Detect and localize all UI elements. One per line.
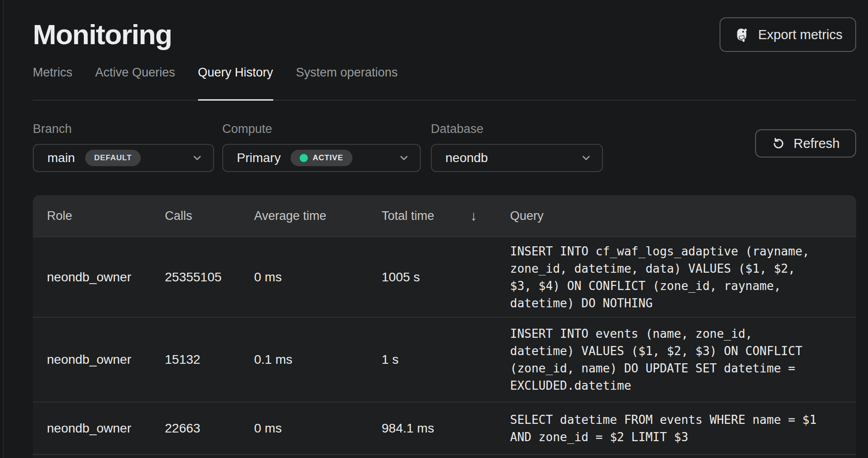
- monitoring-tabs: Metrics Active Queries Query History Sys…: [33, 65, 856, 101]
- branch-filter: Branch main DEFAULT: [33, 122, 214, 172]
- tab-active-queries[interactable]: Active Queries: [95, 65, 175, 100]
- cell-calls: 22663: [165, 421, 254, 436]
- datadog-icon: [733, 25, 751, 44]
- column-header-calls[interactable]: Calls: [165, 209, 254, 223]
- table-row-clipped: [33, 454, 856, 458]
- compute-select[interactable]: Primary ACTIVE: [222, 144, 421, 172]
- tab-query-history[interactable]: Query History: [198, 65, 273, 101]
- refresh-icon: [771, 137, 786, 151]
- table-row[interactable]: neondb_owner 15132 0.1 ms 1 s INSERT INT…: [33, 317, 856, 402]
- refresh-button[interactable]: Refresh: [755, 129, 856, 158]
- cell-query: INSERT INTO events (name, zone_id, datet…: [510, 325, 818, 394]
- cell-total-time: 1005 s: [382, 270, 505, 285]
- cell-calls: 15132: [165, 352, 254, 367]
- table-row[interactable]: neondb_owner 25355105 0 ms 1005 s INSERT…: [33, 236, 856, 317]
- column-header-average-time[interactable]: Average time: [254, 209, 382, 223]
- database-label: Database: [431, 122, 603, 136]
- database-filter: Database neondb: [431, 122, 603, 172]
- compute-filter: Compute Primary ACTIVE: [222, 122, 421, 172]
- compute-value: Primary: [237, 151, 281, 165]
- branch-value: main: [47, 151, 75, 165]
- column-header-query[interactable]: Query: [505, 209, 856, 223]
- active-badge-label: ACTIVE: [312, 153, 343, 163]
- page-header: Monitoring Export metrics: [33, 0, 856, 53]
- cell-query: INSERT INTO cf_waf_logs_adaptive (raynam…: [510, 243, 818, 312]
- cell-average-time: 0.1 ms: [254, 352, 382, 367]
- database-value: neondb: [445, 151, 488, 165]
- cell-average-time: 0 ms: [254, 421, 382, 436]
- export-metrics-button[interactable]: Export metrics: [720, 17, 856, 52]
- total-time-label: Total time: [382, 209, 434, 223]
- chevron-down-icon: [191, 152, 203, 164]
- chevron-down-icon: [398, 152, 410, 164]
- sort-desc-icon[interactable]: ↓: [470, 208, 477, 224]
- monitoring-page: Monitoring Export metrics Metrics Active…: [4, 0, 868, 458]
- column-header-total-time[interactable]: Total time ↓: [382, 208, 505, 224]
- cell-total-time: 1 s: [382, 352, 505, 367]
- database-select[interactable]: neondb: [431, 144, 603, 172]
- export-metrics-label: Export metrics: [758, 27, 842, 42]
- cell-query: SELECT datetime FROM events WHERE name =…: [510, 411, 818, 446]
- cell-average-time: 0 ms: [254, 270, 382, 285]
- table-header-row: Role Calls Average time Total time ↓ Que…: [33, 195, 856, 236]
- cell-role: neondb_owner: [33, 270, 165, 285]
- refresh-label: Refresh: [793, 136, 840, 151]
- cell-total-time: 984.1 ms: [382, 421, 505, 436]
- compute-label: Compute: [222, 122, 421, 136]
- panel-edge-divider: [0, 0, 4, 458]
- tab-metrics[interactable]: Metrics: [33, 65, 72, 100]
- cell-role: neondb_owner: [33, 421, 165, 436]
- page-title: Monitoring: [33, 16, 172, 53]
- query-history-table: Role Calls Average time Total time ↓ Que…: [33, 195, 856, 458]
- chevron-down-icon: [580, 152, 592, 164]
- filters-bar: Branch main DEFAULT Compute Primary ACTI…: [33, 122, 856, 172]
- active-badge: ACTIVE: [291, 150, 352, 166]
- branch-select[interactable]: main DEFAULT: [33, 144, 214, 172]
- cell-role: neondb_owner: [33, 352, 165, 367]
- active-status-dot: [300, 154, 308, 162]
- column-header-role[interactable]: Role: [33, 209, 165, 223]
- branch-label: Branch: [33, 122, 214, 136]
- table-row[interactable]: neondb_owner 22663 0 ms 984.1 ms SELECT …: [33, 402, 856, 454]
- tab-system-operations[interactable]: System operations: [296, 65, 398, 100]
- cell-calls: 25355105: [165, 270, 254, 285]
- default-badge: DEFAULT: [85, 150, 141, 166]
